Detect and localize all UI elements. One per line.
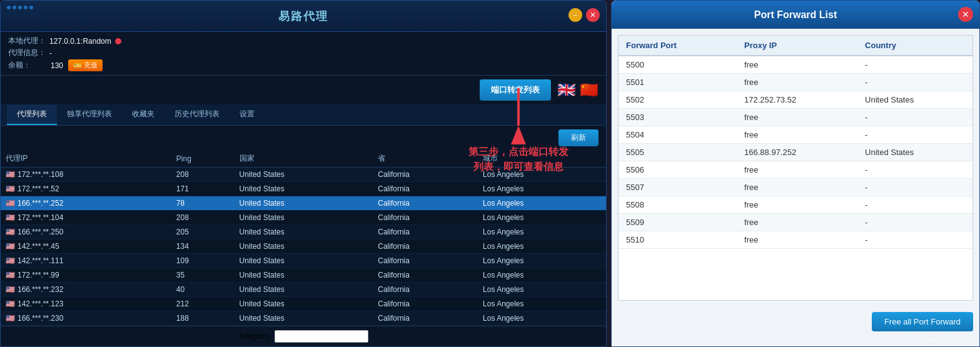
pf-cell-port: 5501 bbox=[619, 74, 737, 91]
proxy-table-scroll[interactable]: 代理IP Ping 国家 省 城市 🇺🇸172.***.**.108 208 U… bbox=[1, 150, 606, 326]
cell-province: California bbox=[373, 268, 478, 283]
cell-ping: 109 bbox=[171, 254, 235, 268]
pf-table-row[interactable]: 5505 166.88.97.252 United States bbox=[619, 144, 972, 161]
cell-ping: 35 bbox=[171, 268, 235, 283]
title-bar-dots bbox=[7, 6, 33, 9]
tabs-bar: 代理列表 独享代理列表 收藏夹 历史代理列表 设置 bbox=[1, 104, 606, 126]
table-row[interactable]: 🇺🇸172.***.**.52 171 United States Califo… bbox=[1, 182, 606, 196]
pf-table-row[interactable]: 5506 free - bbox=[619, 161, 972, 179]
cell-ping: 188 bbox=[171, 311, 235, 326]
table-row[interactable]: 🇺🇸166.***.**.252 78 United States Califo… bbox=[1, 196, 606, 211]
cell-country: United States bbox=[235, 182, 373, 196]
balance-value: 130 bbox=[51, 61, 63, 70]
recharge-button[interactable]: 🎫 充值 bbox=[68, 59, 103, 71]
close-button[interactable]: ✕ bbox=[586, 8, 600, 22]
pf-cell-country: - bbox=[857, 196, 972, 214]
cell-city: Los Angeles bbox=[478, 196, 606, 211]
tab-settings[interactable]: 设置 bbox=[230, 104, 265, 125]
cell-province: California bbox=[373, 297, 478, 311]
cell-ping: 134 bbox=[171, 239, 235, 254]
cell-country: United States bbox=[235, 225, 373, 239]
table-area: 刷新 代理IP Ping 国家 省 城市 🇺🇸172.***.**.108 20… bbox=[1, 126, 606, 326]
table-row[interactable]: 🇺🇸142.***.**.123 212 United States Calif… bbox=[1, 297, 606, 311]
pf-table-row[interactable]: 5509 free - bbox=[619, 214, 972, 231]
pf-cell-port: 5505 bbox=[619, 144, 737, 161]
table-row[interactable]: 🇺🇸172.***.**.104 208 United States Calif… bbox=[1, 211, 606, 225]
cell-province: California bbox=[373, 311, 478, 326]
pf-table-row[interactable]: 5504 free - bbox=[619, 126, 972, 144]
pf-table-row[interactable]: 5508 free - bbox=[619, 196, 972, 214]
pf-cell-proxy-ip: free bbox=[737, 231, 857, 249]
cell-country: United States bbox=[235, 297, 373, 311]
proxy-info-row: 代理信息： - bbox=[8, 48, 599, 58]
table-row[interactable]: 🇺🇸172.***.**.99 35 United States Califor… bbox=[1, 268, 606, 283]
pf-cell-proxy-ip: free bbox=[737, 109, 857, 126]
telegram-label: Telegram: bbox=[238, 332, 271, 341]
recharge-label: 充值 bbox=[84, 61, 98, 70]
cell-city: Los Angeles bbox=[478, 182, 606, 196]
balance-row: 余额： 130 🎫 充值 bbox=[8, 59, 599, 71]
title-bar: 易路代理 － ✕ bbox=[1, 1, 606, 32]
col-province: 省 bbox=[373, 150, 478, 168]
pf-cell-port: 5500 bbox=[619, 56, 737, 74]
pf-table-body: 5500 free - 5501 free - 5502 172.252.73.… bbox=[619, 56, 972, 249]
pf-col-country: Country bbox=[857, 36, 972, 56]
pf-table-row[interactable]: 5510 free - bbox=[619, 231, 972, 249]
tab-exclusive-proxy[interactable]: 独享代理列表 bbox=[57, 104, 122, 125]
proxy-table-header: 代理IP Ping 国家 省 城市 bbox=[1, 150, 606, 168]
port-forward-button[interactable]: 端口转发列表 bbox=[480, 79, 551, 101]
left-window: 易路代理 － ✕ 本地代理： 127.0.0.1:Random 代理信息： - … bbox=[0, 0, 607, 347]
uk-flag-icon[interactable]: 🇬🇧 bbox=[557, 81, 576, 99]
cn-flag-icon[interactable]: 🇨🇳 bbox=[580, 81, 599, 99]
free-all-button[interactable]: Free all Port Forward bbox=[872, 312, 973, 331]
table-row[interactable]: 🇺🇸166.***.**.250 205 United States Calif… bbox=[1, 225, 606, 239]
cell-province: California bbox=[373, 283, 478, 297]
pf-table-header: Forward Port Proxy IP Country bbox=[619, 36, 972, 56]
window-controls: － ✕ bbox=[568, 8, 600, 22]
cell-ping: 205 bbox=[171, 225, 235, 239]
pf-cell-port: 5504 bbox=[619, 126, 737, 144]
right-close-button[interactable]: ✕ bbox=[958, 7, 973, 22]
pf-cell-proxy-ip: free bbox=[737, 161, 857, 179]
pf-cell-country: - bbox=[857, 56, 972, 74]
balance-label: 余额： bbox=[8, 60, 46, 71]
cell-city: Los Angeles bbox=[478, 283, 606, 297]
cell-ip: 🇺🇸166.***.**.252 bbox=[1, 196, 171, 211]
cell-ping: 208 bbox=[171, 211, 235, 225]
pf-table-row[interactable]: 5507 free - bbox=[619, 179, 972, 196]
minimize-button[interactable]: － bbox=[568, 8, 582, 22]
pf-cell-proxy-ip: free bbox=[737, 126, 857, 144]
refresh-button[interactable]: 刷新 bbox=[558, 129, 599, 146]
tab-proxy-list[interactable]: 代理列表 bbox=[7, 104, 57, 125]
pf-table-row[interactable]: 5502 172.252.73.52 United States bbox=[619, 91, 972, 109]
cell-ping: 171 bbox=[171, 182, 235, 196]
pf-cell-proxy-ip: 172.252.73.52 bbox=[737, 91, 857, 109]
watermark: www.amz123.com bbox=[924, 337, 974, 344]
pf-cell-port: 5503 bbox=[619, 109, 737, 126]
tab-favorites[interactable]: 收藏夹 bbox=[122, 104, 164, 125]
flag-icons: 🇬🇧 🇨🇳 bbox=[557, 81, 599, 99]
table-row[interactable]: 🇺🇸166.***.**.230 188 United States Calif… bbox=[1, 311, 606, 326]
telegram-input[interactable] bbox=[275, 330, 368, 343]
cell-ip: 🇺🇸172.***.**.99 bbox=[1, 268, 171, 283]
pf-table-row[interactable]: 5500 free - bbox=[619, 56, 972, 74]
pf-table-row[interactable]: 5501 free - bbox=[619, 74, 972, 91]
cell-province: California bbox=[373, 225, 478, 239]
pf-cell-proxy-ip: 166.88.97.252 bbox=[737, 144, 857, 161]
table-row[interactable]: 🇺🇸166.***.**.232 40 United States Califo… bbox=[1, 283, 606, 297]
recharge-icon: 🎫 bbox=[73, 61, 82, 69]
cell-province: California bbox=[373, 239, 478, 254]
table-row[interactable]: 🇺🇸172.***.**.108 208 United States Calif… bbox=[1, 168, 606, 182]
table-row[interactable]: 🇺🇸142.***.**.111 109 United States Calif… bbox=[1, 254, 606, 268]
tab-history-proxy[interactable]: 历史代理列表 bbox=[164, 104, 230, 125]
pf-cell-proxy-ip: free bbox=[737, 196, 857, 214]
table-row[interactable]: 🇺🇸142.***.**.45 134 United States Califo… bbox=[1, 239, 606, 254]
proxy-table-body: 🇺🇸172.***.**.108 208 United States Calif… bbox=[1, 168, 606, 326]
cell-city: Los Angeles bbox=[478, 311, 606, 326]
port-forward-table-wrap[interactable]: Forward Port Proxy IP Country 5500 free … bbox=[618, 35, 973, 301]
pf-cell-country: - bbox=[857, 74, 972, 91]
cell-city: Los Angeles bbox=[478, 239, 606, 254]
pf-table-row[interactable]: 5503 free - bbox=[619, 109, 972, 126]
cell-ip: 🇺🇸166.***.**.250 bbox=[1, 225, 171, 239]
cell-country: United States bbox=[235, 211, 373, 225]
